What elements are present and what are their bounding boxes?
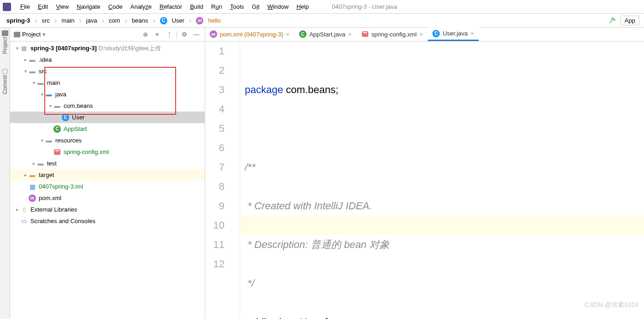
editor-tabs: m pom.xml (0407spring-3) × C AppStart.ja… [205,28,644,41]
close-icon[interactable]: × [471,30,474,37]
tree-java[interactable]: ▾ ▬ java [10,89,205,100]
expand-all-icon[interactable]: ≡ [153,30,162,39]
commit-tool-button[interactable]: ◯ Commit [2,68,8,94]
project-tree[interactable]: ▾ ▦ spring-3 [0407spring-3] D:\study\比特\… [10,41,205,319]
close-icon[interactable]: × [419,31,423,38]
watermark: CSDN @求索1024 [585,295,638,314]
module-icon: ▦ [20,45,28,52]
menu-code[interactable]: Code [105,2,126,11]
source-folder-icon: ▬ [45,91,53,98]
tab-user[interactable]: C User.java × [428,27,479,41]
resources-folder-icon: ▬ [45,137,53,144]
project-panel-header: Project ▾ ⊕ ≡ ⋮ ⚙ — [10,28,205,41]
scratches-icon: ▭ [20,218,28,225]
menu-bar: File Edit View Navigate Code Analyze Ref… [0,0,644,14]
collapse-all-icon[interactable]: ⋮ [165,30,174,39]
close-icon[interactable]: × [286,31,290,38]
project-view-selector[interactable]: Project ▾ [14,31,46,38]
menu-analyze[interactable]: Analyze [127,2,155,11]
crumb-beans[interactable]: beans [130,16,150,25]
tree-idea[interactable]: ▸ ▬ .idea [10,54,205,65]
crumb-user[interactable]: CUser [158,16,186,25]
code-content[interactable]: package com.beans; /** * Created with In… [240,41,644,319]
menu-build[interactable]: Build [187,2,207,11]
libraries-icon: ▯ [20,206,28,213]
tree-src[interactable]: ▾ ▬ src [10,65,205,77]
project-panel: Project ▾ ⊕ ≡ ⋮ ⚙ — ▾ ▦ spring-3 [0407sp… [10,28,205,319]
xml-file-icon [361,30,369,38]
window-title: 0407spring-3 - User.java [332,3,397,10]
menu-refactor[interactable]: Refactor [156,2,185,11]
app-icon [3,3,11,11]
maven-file-icon: m [29,195,36,202]
crumb-java[interactable]: java [84,16,99,25]
tree-appstart[interactable]: ▸ C AppStart [10,123,205,135]
menu-tools[interactable]: Tools [227,2,247,11]
folder-icon: ▬ [37,79,44,87]
tree-iml[interactable]: ▸ ▦ 0407spring-3.iml [10,181,205,192]
tree-main[interactable]: ▾ ▬ main [10,77,205,89]
menu-window[interactable]: Window [264,2,292,11]
build-icon[interactable] [609,16,617,25]
code-editor[interactable]: 123 456 789 101112 package com.beans; /*… [205,41,644,319]
tree-test[interactable]: ▸ ▬ test [10,158,205,169]
crumb-root[interactable]: spring-3 [5,16,32,25]
settings-icon[interactable]: ⚙ [180,30,189,39]
tab-pom[interactable]: m pom.xml (0407spring-3) × [205,27,295,41]
close-icon[interactable]: × [348,31,352,38]
folder-icon: ▬ [37,160,44,167]
class-runnable-icon: C [53,125,61,133]
tree-external-libraries[interactable]: ▸ ▯ External Libraries [10,204,205,215]
menu-run[interactable]: Run [208,2,225,11]
excluded-folder-icon: ▬ [29,171,36,179]
tree-resources[interactable]: ▾ ▬ resources [10,135,205,146]
tree-root[interactable]: ▾ ▦ spring-3 [0407spring-3] D:\study\比特\… [10,42,205,54]
crumb-com[interactable]: com [107,16,122,25]
hide-panel-icon[interactable]: — [192,30,201,39]
project-tool-button[interactable]: Project [2,30,8,54]
crumb-main[interactable]: main [59,16,76,25]
tree-springconfig[interactable]: ▸ spring-config.xml [10,146,205,158]
menu-navigate[interactable]: Navigate [73,2,103,11]
class-icon: C [62,114,69,121]
run-config-selector[interactable]: App [620,16,639,25]
crumb-hello[interactable]: mhello [194,16,222,25]
crumb-src[interactable]: src [40,16,52,25]
iml-file-icon: ▦ [29,183,36,190]
class-icon: C [432,30,440,37]
fold-gutter[interactable] [231,41,240,319]
navigation-bar: spring-3› src› main› java› com› beans› C… [0,14,644,28]
line-number-gutter: 123 456 789 101112 [205,41,231,319]
menu-help[interactable]: Help [293,2,312,11]
tree-user[interactable]: ▸ C User [10,112,205,123]
editor-area: m pom.xml (0407spring-3) × C AppStart.ja… [205,28,644,319]
class-runnable-icon: C [299,30,307,38]
select-opened-file-icon[interactable]: ⊕ [141,30,150,39]
menu-file[interactable]: File [17,2,33,11]
menu-git[interactable]: Git [248,2,263,11]
menu-edit[interactable]: Edit [35,2,51,11]
folder-icon: ▬ [29,68,36,75]
folder-icon: ▬ [29,56,36,64]
breadcrumbs[interactable]: spring-3› src› main› java› com› beans› C… [5,16,223,25]
package-icon: ▬ [53,102,61,110]
class-icon: C [160,17,167,24]
tree-pom[interactable]: ▸ m pom.xml [10,192,205,204]
tab-springconfig[interactable]: spring-config.xml × [357,27,428,41]
maven-file-icon: m [210,30,217,38]
tab-appstart[interactable]: C AppStart.java × [295,27,357,41]
tool-window-bar-left: Project ◯ Commit [0,28,10,319]
tree-combeans[interactable]: ▾ ▬ com.beans [10,100,205,112]
method-icon: m [196,17,203,24]
tree-scratches[interactable]: ▸ ▭ Scratches and Consoles [10,215,205,227]
tree-target[interactable]: ▸ ▬ target [10,169,205,181]
menu-view[interactable]: View [53,2,72,11]
xml-file-icon [53,148,61,156]
